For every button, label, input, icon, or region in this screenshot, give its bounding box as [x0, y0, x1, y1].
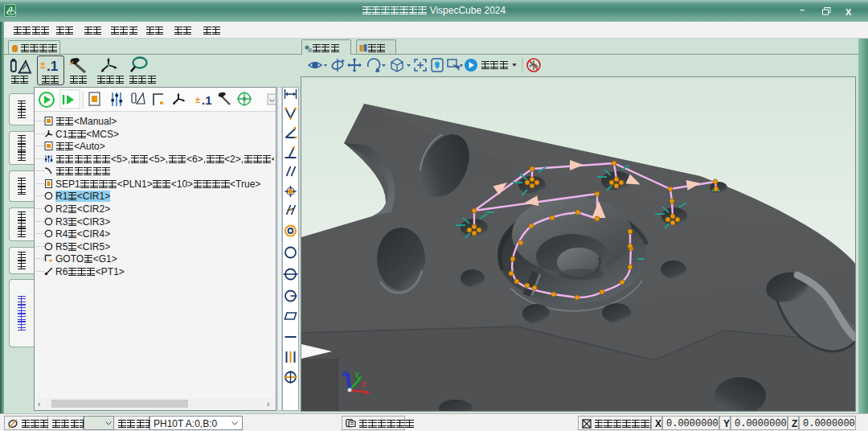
- svg-text:Y: Y: [354, 371, 360, 379]
- svg-text:.1: .1: [47, 59, 58, 74]
- svg-text:±: ±: [40, 60, 46, 71]
- svg-text:Z: Z: [341, 370, 346, 378]
- svg-text:±: ±: [195, 95, 200, 105]
- svg-text:X: X: [360, 380, 366, 388]
- svg-text:.1: .1: [202, 93, 212, 107]
